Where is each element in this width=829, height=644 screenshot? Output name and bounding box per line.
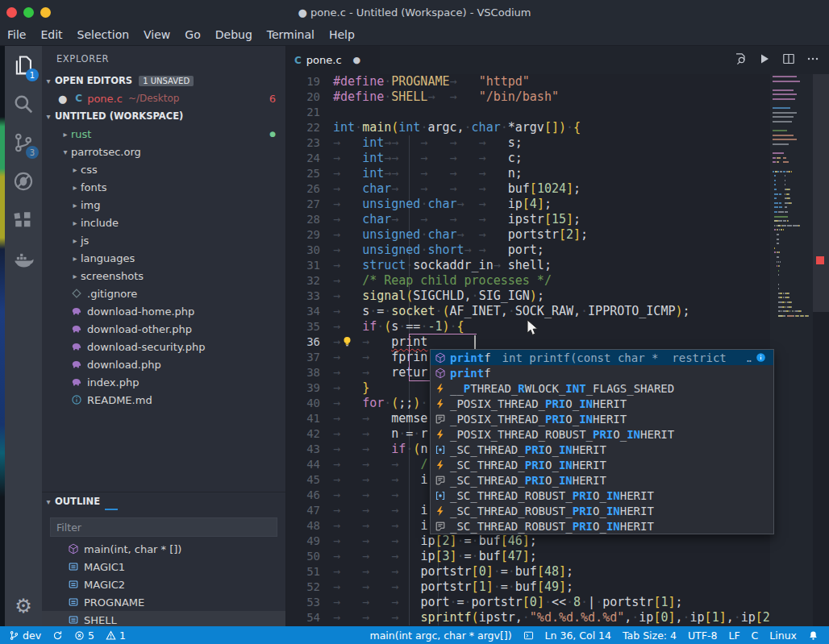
menu-file[interactable]: File — [0, 28, 33, 41]
more-actions-button[interactable] — [806, 52, 819, 69]
status-label: C — [752, 629, 759, 642]
workspace-header[interactable]: ▾ UNTITLED (WORKSPACE) — [42, 107, 285, 125]
main-area: 13⚙ EXPLORER ▾ OPEN EDITORS 1 UNSAVED ●C… — [0, 46, 829, 626]
run-button[interactable] — [758, 52, 771, 69]
tab-pone-c[interactable]: C pone.c ● — [286, 46, 380, 74]
suggestion-item[interactable]: _SC_THREAD_ROBUST_PRIO_INHERIT — [431, 488, 773, 503]
suggestion-item[interactable]: _SC_THREAD_PRIO_INHERIT — [431, 442, 773, 457]
menu-go[interactable]: Go — [177, 28, 207, 41]
tree-item-screenshots[interactable]: ▸screenshots — [42, 267, 285, 285]
menu-terminal[interactable]: Terminal — [260, 28, 322, 41]
info-icon[interactable] — [752, 352, 770, 363]
settings-gear-icon[interactable]: ⚙ — [5, 592, 42, 620]
status-error[interactable]: 5 — [69, 626, 100, 644]
status-utf-8[interactable]: UTF-8 — [682, 626, 723, 644]
suggestion-item[interactable]: _SC_THREAD_PRIO_INHERIT — [431, 472, 773, 488]
status-tab-size-4[interactable]: Tab Size: 4 — [617, 626, 682, 644]
tree-item-readme-md[interactable]: README.md — [42, 391, 285, 409]
outline-header[interactable]: ▾ OUTLINE — [42, 492, 285, 510]
status-lf[interactable]: LF — [723, 626, 745, 644]
twisty-icon: ▸ — [69, 183, 81, 192]
status-c[interactable]: C — [746, 626, 764, 644]
vertical-scrollbar[interactable] — [813, 74, 829, 626]
minimap[interactable] — [770, 74, 813, 626]
suggestion-item[interactable]: _POSIX_THREAD_PRIO_INHERIT — [431, 396, 773, 411]
tree-item-download-php[interactable]: download.php — [42, 355, 285, 373]
code-line-34: 34→ s·=·socket·(AF_INET,·SOCK_RAW,·IPPRO… — [286, 304, 829, 319]
tree-item-label: languages — [81, 252, 135, 264]
activitybar-files[interactable]: 1 — [5, 46, 42, 85]
line-number: 31 — [286, 258, 320, 273]
activitybar-search[interactable] — [5, 85, 42, 123]
tree-item-parrotsec-org[interactable]: ▾parrotsec.org — [42, 143, 285, 160]
outline-item-progname[interactable]: PROGNAME — [42, 593, 285, 611]
sidebar-title: EXPLORER — [42, 46, 285, 72]
code-line-52: 52→ → → portstr[1]·=·buf[49]; — [286, 580, 829, 595]
twisty-icon: ▸ — [69, 254, 81, 263]
line-number: 19 — [286, 74, 320, 89]
activitybar-debug[interactable] — [5, 162, 42, 201]
tree-item-label: include — [81, 217, 119, 229]
status-main-int-argc-char-argv-[interactable]: main(int argc, char * argv[]) — [365, 626, 518, 644]
tree-item-js[interactable]: ▸js — [42, 231, 285, 249]
menu-edit[interactable]: Edit — [33, 28, 69, 41]
tree-item-fonts[interactable]: ▸fonts — [42, 178, 285, 196]
split-editor-button[interactable] — [782, 52, 795, 69]
outline-filter-input[interactable]: Filter — [50, 517, 277, 537]
open-editors-header[interactable]: ▾ OPEN EDITORS 1 UNSAVED — [42, 72, 285, 89]
suggestion-label: _SC_THREAD_PRIO_INHERIT — [450, 443, 606, 456]
suggestion-item[interactable]: _SC_THREAD_PRIO_INHERIT — [431, 457, 773, 472]
line-number: 52 — [286, 580, 320, 595]
suggestion-label: _SC_THREAD_PRIO_INHERIT — [450, 459, 606, 472]
status-bell[interactable] — [802, 626, 824, 644]
tree-item-index-php[interactable]: index.php — [42, 373, 285, 391]
line-number: 54 — [286, 610, 320, 625]
code-editor[interactable]: 19#define·PROGNAME→ "httpd"20#define·SHE… — [286, 74, 829, 626]
open-editor-item-pone-c[interactable]: ●Cpone.c~/Desktop6 — [42, 89, 285, 107]
suggestion-item[interactable]: printfint printf(const char *__restrict_… — [431, 350, 773, 365]
tree-item-img[interactable]: ▸img — [42, 196, 285, 214]
menu-view[interactable]: View — [136, 28, 177, 41]
menu-debug[interactable]: Debug — [208, 28, 260, 41]
menu-help[interactable]: Help — [322, 28, 362, 41]
suggestion-item[interactable]: __PTHREAD_RWLOCK_INT_FLAGS_SHARED — [431, 380, 773, 396]
outline-item-magic2[interactable]: MAGIC2 — [42, 575, 285, 593]
line-number: 46 — [286, 488, 320, 503]
activitybar-source-control[interactable]: 3 — [5, 123, 42, 162]
symbol-field-icon — [68, 579, 84, 590]
tree-item-download-home-php[interactable]: download-home.php — [42, 302, 285, 320]
suggestion-item[interactable]: printf — [431, 365, 773, 380]
suggestion-item[interactable]: _SC_THREAD_ROBUST_PRIO_INHERIT — [431, 503, 773, 518]
lightbulb-icon[interactable] — [341, 335, 353, 351]
status-sync[interactable] — [47, 626, 69, 644]
activitybar-docker[interactable] — [5, 239, 42, 278]
menu-selection[interactable]: Selection — [70, 28, 137, 41]
symbol-function-icon — [431, 368, 450, 379]
tree-item-rust[interactable]: ▸rust● — [42, 125, 285, 143]
tree-item--gitignore[interactable]: .gitignore — [42, 285, 285, 302]
activitybar-extensions[interactable] — [5, 201, 42, 239]
line-number: 29 — [286, 227, 320, 243]
status-label: 5 — [88, 629, 94, 642]
tree-item-download-other-php[interactable]: download-other.php — [42, 320, 285, 338]
code-line-54: 54→ → → sprintf(ipstr,·"%d.%d.%d.%d",·ip… — [286, 610, 829, 625]
line-number: 40 — [286, 396, 320, 411]
suggestion-item[interactable]: _SC_THREAD_ROBUST_PRIO_INHERIT — [431, 518, 773, 534]
outline-item-magic1[interactable]: MAGIC1 — [42, 558, 285, 575]
tree-item-css[interactable]: ▸css — [42, 160, 285, 178]
suggestion-item[interactable]: _POSIX_THREAD_ROBUST_PRIO_INHERIT — [431, 426, 773, 442]
tree-item-download-security-php[interactable]: download-security.php — [42, 338, 285, 355]
status-warning[interactable]: 1 — [100, 626, 131, 644]
status-terminal[interactable] — [518, 626, 539, 644]
status-branch[interactable]: dev — [3, 626, 47, 644]
tree-item-languages[interactable]: ▸languages — [42, 249, 285, 267]
outline-item-main-int--char------[interactable]: main(int, char * []) — [42, 540, 285, 558]
suggestion-label: _SC_THREAD_ROBUST_PRIO_INHERIT — [450, 489, 654, 502]
status-ln-36-col-14[interactable]: Ln 36, Col 14 — [539, 626, 617, 644]
tree-item-include[interactable]: ▸include — [42, 214, 285, 231]
open-preview-button[interactable] — [734, 52, 747, 69]
line-number: 42 — [286, 426, 320, 442]
suggestion-item[interactable]: _POSIX_THREAD_PRIO_INHERIT — [431, 411, 773, 426]
scrollbar-slider[interactable] — [813, 74, 829, 312]
status-linux[interactable]: Linux — [764, 626, 802, 644]
